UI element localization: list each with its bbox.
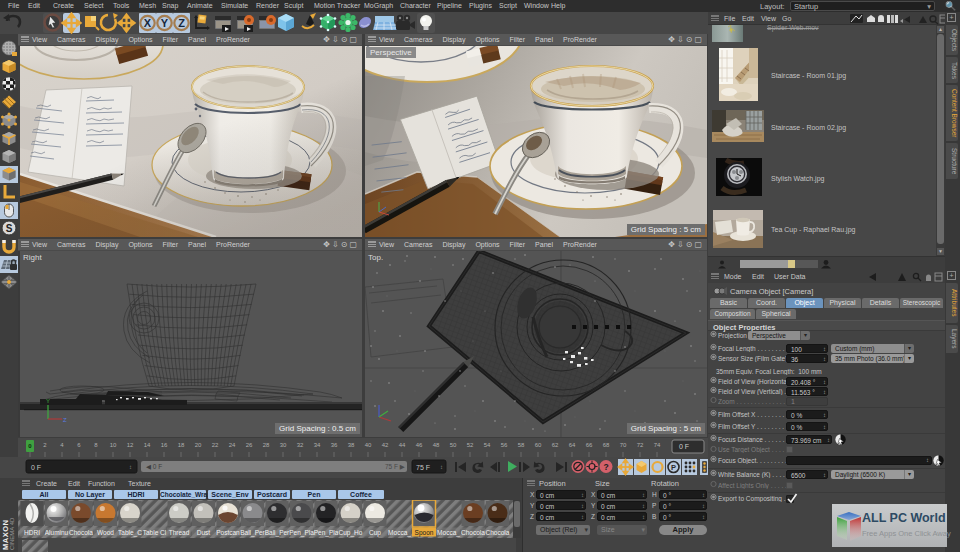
svg-text:60: 60 <box>535 442 542 448</box>
svg-text:↕: ↕ <box>440 464 443 470</box>
svg-text:20: 20 <box>195 442 202 448</box>
svg-text:44: 44 <box>399 442 406 448</box>
svg-text:Postcan: Postcan <box>216 529 240 536</box>
svg-text:X: X <box>144 17 152 29</box>
svg-text:Y: Y <box>161 17 169 29</box>
svg-text:Z: Z <box>178 17 185 29</box>
svg-text:Mocca_: Mocca_ <box>437 529 460 537</box>
svg-text:64: 64 <box>569 442 576 448</box>
svg-text:58: 58 <box>518 442 525 448</box>
svg-text:75 F ▶: 75 F ▶ <box>385 463 405 470</box>
svg-text:56: 56 <box>501 442 508 448</box>
svg-text:72: 72 <box>637 442 644 448</box>
svg-text:Pen_Pla: Pen_Pla <box>289 529 314 537</box>
svg-text:Ball_Per: Ball_Per <box>265 529 290 537</box>
svg-text:↕: ↕ <box>129 464 132 470</box>
svg-text:14: 14 <box>144 442 151 448</box>
svg-text:Table_C: Table_C <box>118 529 142 537</box>
svg-text:40: 40 <box>365 442 372 448</box>
svg-text:Spoon: Spoon <box>415 529 434 537</box>
svg-text:28: 28 <box>263 442 270 448</box>
svg-text:Chocola: Chocola <box>461 529 485 536</box>
svg-text:34: 34 <box>314 442 321 448</box>
svg-text:Table Cl: Table Cl <box>143 529 167 536</box>
svg-text:Mocca_: Mocca_ <box>388 529 411 537</box>
svg-text:52: 52 <box>467 442 474 448</box>
svg-text:Pen_Pla: Pen_Pla <box>314 529 339 537</box>
svg-text:S: S <box>6 223 13 234</box>
svg-text:62: 62 <box>552 442 559 448</box>
svg-text:Cup_Ho: Cup_Ho <box>339 529 363 537</box>
svg-text:30: 30 <box>280 442 287 448</box>
svg-text:Z: Z <box>63 417 67 423</box>
svg-text:32: 32 <box>297 442 304 448</box>
svg-text:0 F: 0 F <box>31 464 41 471</box>
svg-text:36: 36 <box>331 442 338 448</box>
svg-text:◀ 0 F: ◀ 0 F <box>146 463 162 470</box>
svg-text:Cup: Cup <box>369 529 381 537</box>
svg-text:66: 66 <box>586 442 593 448</box>
svg-text:Chocola: Chocola <box>69 529 93 536</box>
svg-text:P: P <box>671 463 676 472</box>
svg-text:70: 70 <box>620 442 627 448</box>
svg-text:74: 74 <box>654 442 661 448</box>
svg-text:42: 42 <box>382 442 389 448</box>
svg-text:0 F: 0 F <box>679 443 689 450</box>
svg-text:38: 38 <box>348 442 355 448</box>
svg-text:Aluminu: Aluminu <box>45 529 69 536</box>
svg-text:22: 22 <box>212 442 219 448</box>
svg-text:HDRI: HDRI <box>24 529 40 536</box>
svg-text:18: 18 <box>178 442 185 448</box>
svg-text:54: 54 <box>484 442 491 448</box>
svg-text:12: 12 <box>127 442 134 448</box>
svg-text:Dust: Dust <box>197 529 211 536</box>
svg-text:26: 26 <box>246 442 253 448</box>
svg-text:Thread: Thread <box>169 529 190 536</box>
svg-text:46: 46 <box>416 442 423 448</box>
svg-text:10: 10 <box>110 442 117 448</box>
svg-text:?: ? <box>603 462 608 472</box>
svg-text:24: 24 <box>229 442 236 448</box>
svg-text:16: 16 <box>161 442 168 448</box>
svg-text:Wood: Wood <box>97 529 114 536</box>
svg-text:48: 48 <box>433 442 440 448</box>
svg-text:Y: Y <box>46 398 50 404</box>
svg-text:68: 68 <box>603 442 610 448</box>
svg-text:Chocola: Chocola <box>486 529 510 536</box>
svg-text:75 F: 75 F <box>416 464 430 471</box>
svg-text:Ball_Per: Ball_Per <box>240 529 265 537</box>
svg-text:50: 50 <box>450 442 457 448</box>
